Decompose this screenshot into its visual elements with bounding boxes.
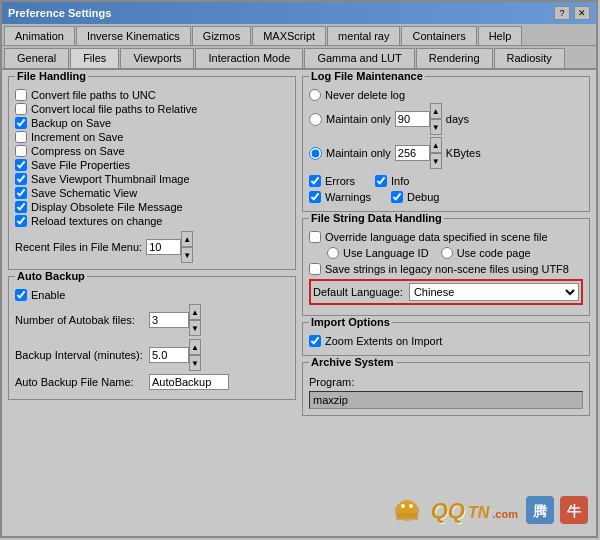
main-content: File Handling Convert file paths to UNC …: [2, 70, 596, 528]
override-checkbox[interactable]: [309, 231, 321, 243]
auto-backup-title: Auto Backup: [15, 270, 87, 282]
zoom-extents-checkbox[interactable]: [309, 335, 321, 347]
tab-files[interactable]: Files: [70, 48, 119, 68]
use-lang-id-radio[interactable]: [327, 247, 339, 259]
recent-files-down[interactable]: ▼: [181, 247, 193, 263]
watermark-tn: TN: [468, 504, 489, 521]
left-panel: File Handling Convert file paths to UNC …: [8, 76, 296, 522]
file-option-6-checkbox[interactable]: [15, 173, 27, 185]
backup-interval-up[interactable]: ▲: [189, 339, 201, 355]
tab-help[interactable]: Help: [478, 26, 523, 45]
auto-backup-enable-label: Enable: [31, 289, 65, 301]
watermark-text-area: QQ TN .com: [431, 498, 518, 524]
tab-maxscript[interactable]: MAXScript: [252, 26, 326, 45]
info-row: Info: [375, 175, 409, 187]
info-label: Info: [391, 175, 409, 187]
maintain-kbytes-row: Maintain only ▲ ▼ KBytes: [309, 137, 583, 169]
recent-files-input[interactable]: [146, 239, 181, 255]
watermark-logo-area: [387, 493, 427, 528]
num-autobak-down[interactable]: ▼: [189, 320, 201, 336]
auto-backup-enable-checkbox[interactable]: [15, 289, 27, 301]
maintain-kbytes-input[interactable]: [395, 145, 430, 161]
close-button[interactable]: ✕: [574, 6, 590, 20]
tab-interaction-mode[interactable]: Interaction Mode: [195, 48, 303, 68]
save-strings-checkbox[interactable]: [309, 263, 321, 275]
never-delete-label: Never delete log: [325, 89, 405, 101]
maintain-days-radio[interactable]: [309, 113, 322, 126]
main-window: Preference Settings ? ✕ Animation Invers…: [0, 0, 598, 538]
file-option-5-checkbox[interactable]: [15, 159, 27, 171]
svg-point-3: [409, 504, 413, 508]
recent-files-up[interactable]: ▲: [181, 231, 193, 247]
qq-icon: [387, 493, 427, 523]
auto-backup-name-input[interactable]: [149, 374, 229, 390]
maintain-kbytes-unit: KBytes: [446, 147, 481, 159]
tab-rendering[interactable]: Rendering: [416, 48, 493, 68]
niuwa-logo-area: 牛: [560, 496, 588, 526]
svg-point-2: [401, 504, 405, 508]
num-autobak-row: Number of Autobak files: ▲ ▼: [15, 304, 289, 336]
file-option-7-checkbox[interactable]: [15, 187, 27, 199]
file-option-3: Increment on Save: [15, 131, 289, 143]
maintain-days-down[interactable]: ▼: [430, 119, 442, 135]
file-option-9: Reload textures on change: [15, 215, 289, 227]
warnings-checkbox[interactable]: [309, 191, 321, 203]
file-option-9-label: Reload textures on change: [31, 215, 162, 227]
tab-viewports[interactable]: Viewports: [120, 48, 194, 68]
maintain-days-input[interactable]: [395, 111, 430, 127]
debug-label: Debug: [407, 191, 439, 203]
maintain-kbytes-radio[interactable]: [309, 147, 322, 160]
file-option-1: Convert local file paths to Relative: [15, 103, 289, 115]
help-button[interactable]: ?: [554, 6, 570, 20]
file-option-5: Save File Properties: [15, 159, 289, 171]
tab-gamma-lut[interactable]: Gamma and LUT: [304, 48, 414, 68]
backup-interval-label: Backup Interval (minutes):: [15, 349, 145, 361]
program-input[interactable]: [309, 391, 583, 409]
num-autobak-input[interactable]: [149, 312, 189, 328]
use-lang-id-row: Use Language ID: [327, 247, 429, 259]
file-option-2: Backup on Save: [15, 117, 289, 129]
warnings-row: Warnings: [309, 191, 371, 203]
file-option-0-checkbox[interactable]: [15, 89, 27, 101]
file-option-7: Save Schematic View: [15, 187, 289, 199]
default-lang-select[interactable]: Chinese English Japanese Korean German F…: [409, 283, 579, 301]
log-file-title: Log File Maintenance: [309, 70, 425, 82]
num-autobak-up[interactable]: ▲: [189, 304, 201, 320]
maintain-kbytes-up[interactable]: ▲: [430, 137, 442, 153]
file-option-8-checkbox[interactable]: [15, 201, 27, 213]
file-option-0-label: Convert file paths to UNC: [31, 89, 156, 101]
backup-interval-input[interactable]: [149, 347, 189, 363]
backup-interval-down[interactable]: ▼: [189, 355, 201, 371]
num-autobak-spin: ▲ ▼: [149, 304, 201, 336]
tab-mental-ray[interactable]: mental ray: [327, 26, 400, 45]
watermark-domain: .com: [492, 508, 518, 520]
tab-inverse-kinematics[interactable]: Inverse Kinematics: [76, 26, 191, 45]
file-option-4-checkbox[interactable]: [15, 145, 27, 157]
tab-gizmos[interactable]: Gizmos: [192, 26, 251, 45]
import-options-title: Import Options: [309, 316, 392, 328]
file-option-9-checkbox[interactable]: [15, 215, 27, 227]
never-delete-radio[interactable]: [309, 89, 321, 101]
tab-general[interactable]: General: [4, 48, 69, 68]
tab-radiosity[interactable]: Radiosity: [494, 48, 565, 68]
warnings-label: Warnings: [325, 191, 371, 203]
file-option-2-checkbox[interactable]: [15, 117, 27, 129]
recent-files-spin: ▲ ▼: [146, 231, 193, 263]
tab-animation[interactable]: Animation: [4, 26, 75, 45]
file-option-6-label: Save Viewport Thumbnail Image: [31, 173, 190, 185]
file-option-7-label: Save Schematic View: [31, 187, 137, 199]
debug-checkbox[interactable]: [391, 191, 403, 203]
info-checkbox[interactable]: [375, 175, 387, 187]
errors-checkbox[interactable]: [309, 175, 321, 187]
maintain-days-up[interactable]: ▲: [430, 103, 442, 119]
maintain-kbytes-down[interactable]: ▼: [430, 153, 442, 169]
right-panel: Log File Maintenance Never delete log Ma…: [302, 76, 590, 522]
maintain-days-spin: ▲ ▼: [395, 103, 442, 135]
file-option-1-checkbox[interactable]: [15, 103, 27, 115]
title-controls: ? ✕: [554, 6, 590, 20]
recent-files-label: Recent Files in File Menu:: [15, 241, 142, 253]
use-code-page-radio[interactable]: [441, 247, 453, 259]
recent-files-row: Recent Files in File Menu: ▲ ▼: [15, 231, 289, 263]
file-option-3-checkbox[interactable]: [15, 131, 27, 143]
tab-containers[interactable]: Containers: [401, 26, 476, 45]
